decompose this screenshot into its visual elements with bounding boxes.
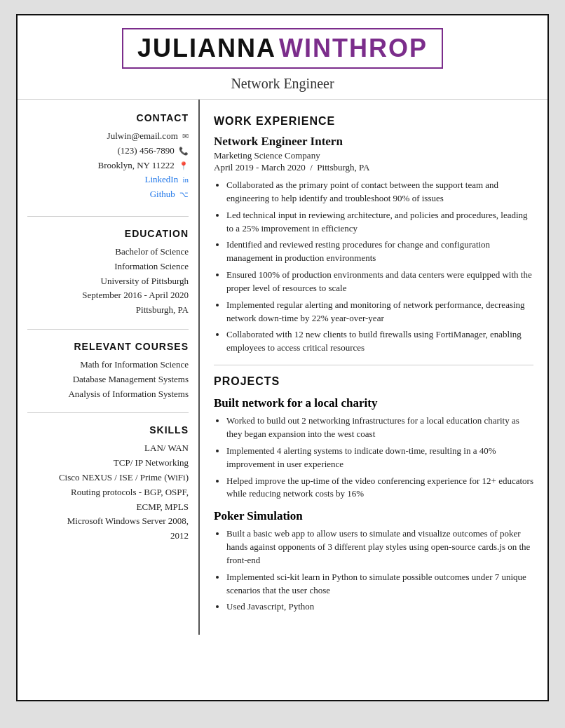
course-1: Math for Information Science [27, 358, 189, 372]
github-icon: ⌥ [179, 190, 189, 198]
first-name: JULIANNA [137, 34, 276, 62]
section-divider-1 [214, 365, 533, 365]
project-bullets-1: Worked to build out 2 networking infrast… [214, 414, 533, 501]
last-name: WINTHROP [279, 34, 428, 62]
main-content: WORK EXPERIENCE Network Engineer Intern … [200, 100, 547, 635]
location-icon: 📍 [179, 161, 189, 170]
edu-dates: September 2016 - April 2020 [27, 288, 189, 303]
edu-degree: Bachelor of Science [27, 245, 189, 259]
contact-phone: (123) 456-7890 📞 [27, 144, 189, 159]
project-title-1: Built network for a local charity [214, 396, 533, 410]
bullet-item: Collaborated as the primary point of con… [226, 179, 533, 205]
header: JULIANNA WINTHROP Network Engineer [18, 15, 547, 99]
sidebar: CONTACT Julwin@email.com ✉ (123) 456-789… [18, 100, 200, 635]
skills-heading: SKILLS [27, 424, 189, 436]
edu-location: Pittsburgh, PA [27, 303, 189, 318]
bullet-item: Implemented 4 alerting systems to indica… [226, 445, 533, 471]
bullet-item: Built a basic web app to allow users to … [226, 527, 533, 567]
job-bullets-1: Collaborated as the primary point of con… [214, 179, 533, 355]
bullet-item: Used Javascript, Python [226, 600, 533, 614]
bullet-item: Identified and reviewed resting procedur… [226, 238, 533, 265]
body-container: CONTACT Julwin@email.com ✉ (123) 456-789… [18, 99, 547, 635]
contact-heading: CONTACT [27, 112, 189, 123]
email-icon: ✉ [182, 132, 189, 140]
bullet-item: Collaborated with 12 new clients to buil… [226, 328, 533, 355]
edu-university: University of Pittsburgh [27, 274, 189, 289]
edu-major: Information Science [27, 259, 189, 274]
bullet-item: Implemented regular alerting and monitor… [226, 299, 533, 325]
project-title-2: Poker Simulation [214, 509, 533, 523]
bullet-item: Implemented sci-kit learn in Python to s… [226, 571, 533, 598]
skill-5: Microsoft Windows Server 2008,2012 [27, 514, 189, 544]
company-name-1: Marketing Science Company [214, 150, 533, 161]
job-meta-1: April 2019 - March 2020 / Pittsburgh, PA [214, 162, 533, 173]
contact-location: Brooklyn, NY 11222 📍 [27, 159, 189, 173]
skill-4: Routing protocols - BGP, OSPF,ECMP, MPLS [27, 485, 189, 515]
phone-icon: 📞 [179, 147, 189, 155]
project-bullets-2: Built a basic web app to allow users to … [214, 527, 533, 614]
bullet-item: Ensured 100% of production environments … [226, 269, 533, 295]
education-section: EDUCATION Bachelor of Science Informatio… [27, 216, 189, 318]
contact-email: Julwin@email.com ✉ [27, 129, 189, 144]
skills-section: SKILLS LAN/ WAN TCP/ IP Networking Cisco… [27, 412, 189, 544]
job-title-header: Network Engineer [39, 76, 526, 92]
skill-1: LAN/ WAN [27, 441, 189, 456]
contact-linkedin[interactable]: LinkedIn in [27, 173, 189, 187]
linkedin-icon: in [182, 175, 189, 184]
projects-heading: PROJECTS [214, 375, 533, 388]
skill-3: Cisco NEXUS / ISE / Prime (WiFi) [27, 471, 189, 485]
work-experience-heading: WORK EXPERIENCE [214, 115, 533, 128]
skill-2: TCP/ IP Networking [27, 456, 189, 471]
bullet-item: Worked to build out 2 networking infrast… [226, 414, 533, 441]
bullet-item: Led technical input in reviewing archite… [226, 209, 533, 236]
name-box: JULIANNA WINTHROP [122, 28, 443, 69]
courses-heading: RELEVANT COURSES [27, 341, 189, 352]
job-title-1: Network Engineer Intern [214, 135, 533, 149]
courses-section: RELEVANT COURSES Math for Information Sc… [27, 329, 189, 401]
course-2: Database Management Systems [27, 372, 189, 387]
contact-section: CONTACT Julwin@email.com ✉ (123) 456-789… [27, 112, 189, 202]
course-3: Analysis of Information Systems [27, 387, 189, 402]
education-heading: EDUCATION [27, 228, 189, 239]
bullet-item: Helped improve the up-time of the video … [226, 475, 533, 501]
resume-container: JULIANNA WINTHROP Network Engineer CONTA… [16, 14, 549, 701]
contact-github[interactable]: Github ⌥ [27, 187, 189, 202]
